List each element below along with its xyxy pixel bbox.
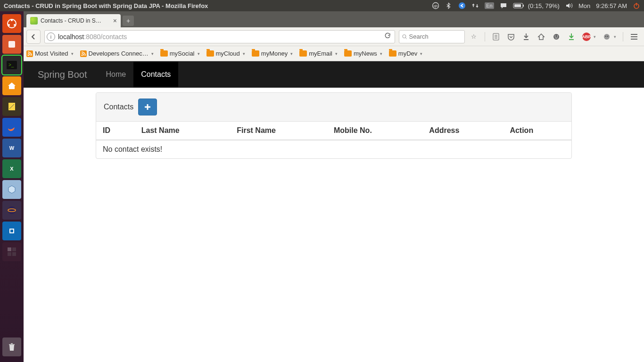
clock-time[interactable]: 9:26:57 AM <box>596 2 627 9</box>
network-icon[interactable] <box>471 2 479 9</box>
new-tab-button[interactable]: + <box>123 16 134 26</box>
gm-dropdown-icon[interactable]: ▾ <box>614 34 616 39</box>
svg-point-43 <box>605 36 606 37</box>
svg-point-38 <box>553 34 559 40</box>
chevron-down-icon: ▾ <box>198 51 200 56</box>
panel-heading: Contacts <box>96 93 571 122</box>
svg-point-42 <box>604 34 610 40</box>
search-input[interactable] <box>409 33 462 40</box>
folder-icon <box>389 50 396 57</box>
back-button[interactable] <box>26 30 41 44</box>
bluetooth-icon[interactable] <box>445 2 453 9</box>
svg-rect-4 <box>523 5 524 7</box>
bookmark-item[interactable]: mySocial▾ <box>160 50 200 57</box>
svg-rect-25 <box>10 230 13 232</box>
svg-rect-28 <box>8 252 11 256</box>
launcher-terminal[interactable]: >_ <box>2 56 21 74</box>
add-contact-button[interactable] <box>138 99 157 115</box>
launcher-virtualbox[interactable] <box>2 180 21 199</box>
url-text: localhost:8080/contacts <box>58 33 382 41</box>
separator <box>623 32 623 41</box>
abp-dropdown-icon[interactable]: ▾ <box>594 34 596 39</box>
hamburger-menu-icon[interactable] <box>630 33 638 41</box>
bookmark-item[interactable]: myCloud▾ <box>206 50 245 57</box>
svg-point-11 <box>14 24 16 26</box>
bookmark-item[interactable]: Most Visited▾ <box>26 50 74 57</box>
nav-link-home[interactable]: Home <box>99 62 134 87</box>
launcher-brackets[interactable] <box>2 222 21 240</box>
svg-text:X: X <box>10 166 14 172</box>
site-info-icon[interactable]: i <box>47 33 55 41</box>
launcher-firefox[interactable] <box>2 118 21 137</box>
downloads-icon[interactable] <box>522 33 530 41</box>
power-icon[interactable] <box>633 2 640 9</box>
bookmark-item[interactable]: myMoney▾ <box>252 50 293 57</box>
pocket-icon[interactable] <box>507 33 515 41</box>
system-indicators: qb En (0:15, 79%) Mon 9:26:57 AM <box>432 2 640 9</box>
svg-rect-5 <box>514 4 521 7</box>
bookmark-label: mySocial <box>170 50 195 57</box>
launcher-notes[interactable] <box>2 97 21 116</box>
svg-rect-41 <box>569 39 574 40</box>
greasemonkey-icon[interactable] <box>603 33 611 41</box>
bookmark-star-icon[interactable]: ☆ <box>470 33 478 41</box>
launcher-workspace[interactable] <box>2 242 21 261</box>
launcher-home[interactable] <box>2 76 21 95</box>
download-arrow-icon[interactable] <box>567 33 576 41</box>
svg-point-2 <box>459 2 465 9</box>
launcher-eclipse[interactable] <box>2 201 21 220</box>
messages-icon[interactable] <box>500 2 507 9</box>
svg-rect-26 <box>8 247 11 251</box>
panel-title: Contacts <box>104 103 133 111</box>
svg-text:W: W <box>9 145 15 151</box>
abp-icon[interactable]: ABP <box>582 33 591 41</box>
launcher-files[interactable] <box>2 35 21 54</box>
launcher-excel[interactable]: X <box>2 159 21 178</box>
url-host: localhost <box>58 33 84 41</box>
reading-list-icon[interactable] <box>492 33 500 41</box>
table-empty-row: No contact exists! <box>96 140 571 158</box>
svg-rect-30 <box>9 344 15 345</box>
rss-icon <box>26 50 33 57</box>
nav-link-contacts[interactable]: Contacts <box>133 62 178 87</box>
folder-icon <box>206 50 214 57</box>
chevron-down-icon: ▾ <box>335 51 338 56</box>
url-path: :8080/contacts <box>84 33 127 41</box>
brand[interactable]: Spring Boot <box>38 69 87 80</box>
bookmark-item[interactable]: myEmail▾ <box>299 50 338 57</box>
folder-icon <box>299 50 307 57</box>
contacts-panel: Contacts IDLast NameFirst NameMobile No.… <box>96 92 572 159</box>
clock-day[interactable]: Mon <box>578 2 590 9</box>
reload-icon[interactable] <box>382 33 393 41</box>
qbittorrent-icon[interactable]: qb <box>432 2 439 9</box>
url-bar[interactable]: i localhost:8080/contacts <box>44 30 395 43</box>
sync-icon[interactable] <box>458 2 466 9</box>
tab-close-icon[interactable]: × <box>113 17 117 25</box>
svg-point-21 <box>8 206 16 214</box>
keyboard-lang[interactable]: En <box>485 2 494 9</box>
search-icon <box>402 34 407 40</box>
folder-icon <box>344 50 352 57</box>
launcher-trash[interactable] <box>2 337 21 356</box>
svg-point-51 <box>81 54 83 56</box>
volume-icon[interactable] <box>565 2 573 9</box>
bookmark-item[interactable]: myDev▾ <box>389 50 422 57</box>
folder-icon <box>252 50 259 57</box>
svg-point-39 <box>555 35 556 36</box>
svg-line-33 <box>405 37 407 39</box>
home-icon[interactable] <box>537 33 545 41</box>
bookmark-item[interactable]: myNews▾ <box>344 50 382 57</box>
chevron-down-icon: ▾ <box>420 51 422 56</box>
launcher-dash[interactable] <box>2 14 21 33</box>
svg-rect-12 <box>8 41 15 48</box>
launcher-word[interactable]: W <box>2 139 21 157</box>
browser-tab[interactable]: Contacts - CRUD in S… × <box>26 14 121 27</box>
battery-indicator[interactable]: (0:15, 79%) <box>513 2 560 9</box>
empty-message: No contact exists! <box>96 140 571 158</box>
chevron-down-icon: ▾ <box>71 51 74 56</box>
column-header: Last Name <box>135 122 230 140</box>
bookmark-item[interactable]: Developers Connec…▾ <box>80 50 154 57</box>
chat-icon[interactable] <box>552 33 561 41</box>
window-title: Contacts - CRUD in Spring Boot with Spri… <box>4 2 208 9</box>
search-bar[interactable] <box>399 30 465 43</box>
